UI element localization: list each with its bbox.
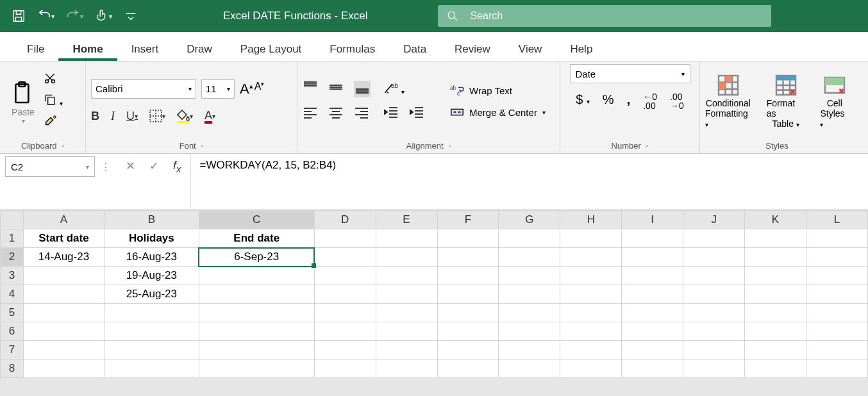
cell-L1[interactable]: [806, 229, 868, 248]
cell-E1[interactable]: [376, 229, 437, 248]
row-header-1[interactable]: 1: [1, 229, 24, 248]
tab-view[interactable]: View: [505, 37, 556, 61]
conditional-formatting-button[interactable]: ConditionalFormatting ▾: [705, 74, 751, 129]
row-header-5[interactable]: 5: [1, 304, 24, 322]
increase-decimal-icon[interactable]: ←0.00: [643, 92, 657, 110]
cell-J5[interactable]: [683, 304, 745, 322]
cell-K5[interactable]: [745, 304, 806, 322]
wrap-text-button[interactable]: abcWrap Text: [450, 84, 546, 97]
cell-I6[interactable]: [622, 322, 683, 341]
decrease-font-icon[interactable]: A▾: [255, 81, 265, 97]
cell-H7[interactable]: [560, 341, 622, 359]
increase-font-icon[interactable]: A▴: [240, 81, 253, 97]
cell-C7[interactable]: [199, 341, 314, 359]
cell-B5[interactable]: [104, 304, 199, 322]
cell-K1[interactable]: [745, 229, 806, 248]
cell-H5[interactable]: [560, 304, 622, 322]
copy-icon[interactable]: ▾: [44, 93, 63, 109]
col-header-B[interactable]: B: [104, 211, 199, 229]
decrease-decimal-icon[interactable]: .00→0: [670, 92, 684, 110]
confirm-formula-icon[interactable]: ✓: [149, 159, 159, 173]
cell-K2[interactable]: [745, 248, 806, 267]
cell-K3[interactable]: [745, 267, 806, 285]
cell-C1[interactable]: End date: [199, 229, 314, 248]
cell-F4[interactable]: [437, 285, 499, 304]
align-bottom-icon[interactable]: [354, 81, 371, 97]
cell-H3[interactable]: [560, 267, 622, 285]
increase-indent-icon[interactable]: [409, 106, 424, 121]
border-button[interactable]: ▾: [149, 110, 165, 122]
cell-I4[interactable]: [622, 285, 683, 304]
tab-insert[interactable]: Insert: [117, 37, 173, 61]
cell-E7[interactable]: [376, 341, 437, 359]
cell-styles-button[interactable]: CellStyles ▾: [820, 74, 849, 129]
cell-B1[interactable]: Holidays: [104, 229, 199, 248]
cell-I3[interactable]: [622, 267, 683, 285]
cell-J1[interactable]: [683, 229, 745, 248]
col-header-L[interactable]: L: [806, 211, 868, 229]
cell-B7[interactable]: [104, 341, 199, 359]
tab-file[interactable]: File: [13, 37, 58, 61]
cell-H4[interactable]: [560, 285, 622, 304]
cell-B4[interactable]: 25-Aug-23: [104, 285, 199, 304]
tab-draw[interactable]: Draw: [172, 37, 226, 61]
cell-D7[interactable]: [314, 341, 376, 359]
formula-input[interactable]: =WORKDAY(A2, 15, B2:B4): [190, 154, 868, 210]
cell-E2[interactable]: [376, 248, 437, 267]
undo-icon[interactable]: ▾: [37, 9, 54, 23]
cell-C5[interactable]: [199, 304, 314, 322]
cell-H6[interactable]: [560, 322, 622, 341]
cell-G6[interactable]: [499, 322, 560, 341]
cell-G5[interactable]: [499, 304, 560, 322]
cell-L4[interactable]: [806, 285, 868, 304]
cell-F1[interactable]: [437, 229, 499, 248]
cell-D2[interactable]: [314, 248, 376, 267]
cell-D3[interactable]: [314, 267, 376, 285]
cell-K7[interactable]: [745, 341, 806, 359]
col-header-D[interactable]: D: [314, 211, 376, 229]
font-size-select[interactable]: 11▾: [201, 79, 235, 99]
font-color-button[interactable]: A ▾: [204, 109, 215, 124]
cell-J2[interactable]: [683, 248, 745, 267]
align-right-icon[interactable]: [354, 106, 369, 122]
format-as-table-button[interactable]: Format asTable ▾: [767, 74, 805, 129]
cell-A5[interactable]: [23, 304, 104, 322]
cell-A7[interactable]: [23, 341, 104, 359]
tab-home[interactable]: Home: [58, 37, 117, 61]
tab-data[interactable]: Data: [389, 37, 440, 61]
cell-G8[interactable]: [499, 359, 560, 378]
cell-J7[interactable]: [683, 341, 745, 359]
cell-G7[interactable]: [499, 341, 560, 359]
tab-help[interactable]: Help: [556, 37, 606, 61]
select-all-corner[interactable]: [1, 211, 24, 229]
expand-icon[interactable]: ▫: [62, 142, 65, 149]
cell-D4[interactable]: [314, 285, 376, 304]
cell-F6[interactable]: [437, 322, 499, 341]
cell-D1[interactable]: [314, 229, 376, 248]
cut-icon[interactable]: [44, 72, 63, 88]
expand-icon[interactable]: ▫: [201, 142, 204, 149]
cell-H8[interactable]: [560, 359, 622, 378]
cell-F5[interactable]: [437, 304, 499, 322]
cell-A3[interactable]: [23, 267, 104, 285]
save-icon[interactable]: [12, 9, 26, 23]
cell-E4[interactable]: [376, 285, 437, 304]
fill-color-button[interactable]: ▾: [177, 109, 193, 123]
number-format-select[interactable]: Date▾: [570, 64, 690, 83]
cell-F8[interactable]: [437, 359, 499, 378]
fx-icon[interactable]: fx: [173, 159, 181, 174]
cell-L7[interactable]: [806, 341, 868, 359]
cell-G2[interactable]: [499, 248, 560, 267]
cell-I2[interactable]: [622, 248, 683, 267]
col-header-A[interactable]: A: [23, 211, 104, 229]
col-header-E[interactable]: E: [376, 211, 437, 229]
cell-G1[interactable]: [499, 229, 560, 248]
underline-button[interactable]: U ▾: [126, 110, 138, 123]
row-header-4[interactable]: 4: [1, 285, 24, 304]
cell-A4[interactable]: [23, 285, 104, 304]
cell-B2[interactable]: 16-Aug-23: [104, 248, 199, 267]
cell-C3[interactable]: [199, 267, 314, 285]
cell-A8[interactable]: [23, 359, 104, 378]
col-header-J[interactable]: J: [683, 211, 745, 229]
cell-J4[interactable]: [683, 285, 745, 304]
